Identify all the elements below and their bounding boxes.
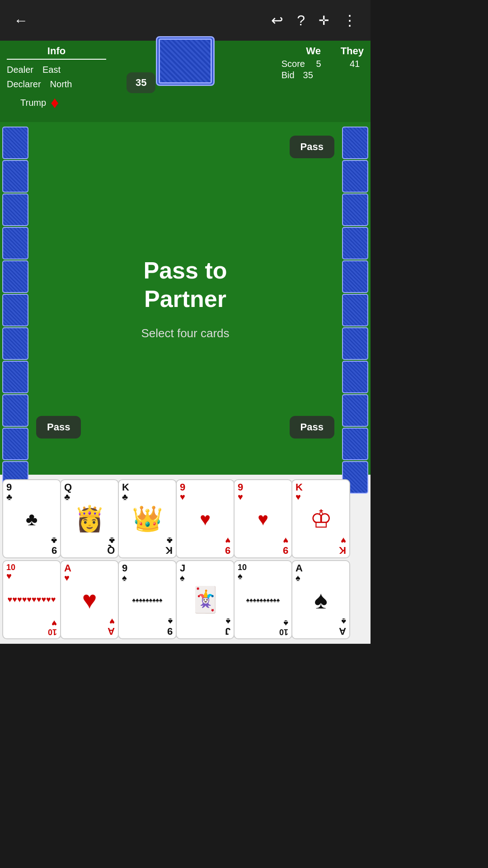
card-a-hearts[interactable]: A ♥ ♥ A ♥ — [60, 560, 119, 639]
bid-row: Bid 35 — [282, 70, 364, 80]
card-10-hearts[interactable]: 10 ♥ ♥♥♥♥♥♥♥♥♥♥ 10 ♥ — [2, 560, 61, 639]
score-header: We They — [282, 45, 364, 57]
we-header: We — [305, 45, 323, 57]
hand-area: 9 ♣ ♣ 9 ♣ Q ♣ 👸 Q ♣ K ♣ — [0, 475, 371, 644]
left-card-7 — [2, 327, 28, 360]
trump-label: Trump — [20, 98, 46, 108]
info-title: Info — [7, 45, 106, 60]
more-button[interactable]: ⋮ — [338, 7, 361, 33]
sub-message: Select four cards — [141, 326, 229, 340]
card-j-spades[interactable]: J ♠ 🃏 J ♠ — [176, 560, 235, 639]
right-card-5 — [342, 260, 368, 293]
card-9-spades[interactable]: 9 ♠ ♠♠♠♠♠♠♠♠♠ 9 ♠ — [118, 560, 177, 639]
bid-we: 35 — [299, 70, 317, 80]
bid-they — [335, 70, 353, 80]
right-cards — [342, 127, 368, 494]
right-card-4 — [342, 227, 368, 259]
right-card-7 — [342, 327, 368, 360]
card-q-clubs[interactable]: Q ♣ 👸 Q ♣ — [60, 479, 119, 558]
info-panel: Info Dealer East Declarer North Trump ♦ — [7, 45, 120, 112]
score-label: Score — [282, 59, 305, 69]
left-card-3 — [2, 193, 28, 226]
score-panel: We They Score 5 41 Bid 35 — [282, 45, 364, 81]
declarer-row: Declarer North — [7, 77, 120, 91]
card-10-spades[interactable]: 10 ♠ ♠♠♠♠♠♠♠♠♠♠ 10 ♠ — [234, 560, 292, 639]
card-a-spades[interactable]: A ♠ ♠ A ♠ — [291, 560, 350, 639]
top-bar: ← ↩ ? ✛ ⋮ — [0, 0, 371, 41]
card-9-hearts-2[interactable]: 9 ♥ ♥ 9 ♥ — [234, 479, 292, 558]
they-header: They — [341, 45, 364, 57]
trump-row: Trump ♦ — [20, 93, 120, 112]
right-card-2 — [342, 160, 368, 193]
info-area: Info Dealer East Declarer North Trump ♦ … — [0, 41, 371, 122]
right-card-1 — [342, 127, 368, 159]
declarer-label: Declarer — [7, 77, 41, 91]
left-card-10 — [2, 428, 28, 460]
score-row: Score 5 41 — [282, 59, 364, 69]
dealer-label: Dealer — [7, 62, 33, 77]
right-card-9 — [342, 394, 368, 427]
bid-label: Bid — [282, 70, 295, 80]
hand-row-2: 10 ♥ ♥♥♥♥♥♥♥♥♥♥ 10 ♥ A ♥ ♥ A ♥ — [2, 560, 368, 639]
left-cards — [2, 127, 28, 494]
dealer-value: East — [42, 62, 61, 77]
pass-top-right-button[interactable]: Pass — [290, 136, 334, 158]
help-button[interactable]: ? — [292, 7, 310, 33]
left-card-4 — [2, 227, 28, 259]
left-card-8 — [2, 361, 28, 393]
dealer-row: Dealer East — [7, 62, 120, 77]
card-k-clubs[interactable]: K ♣ 👑 K ♣ — [118, 479, 177, 558]
bid-bubble: 35 — [127, 72, 155, 93]
game-table: Pass Pass toPartner Select four cards Pa… — [0, 122, 371, 475]
left-card-9 — [2, 394, 28, 427]
they-score: 41 — [346, 59, 364, 69]
pass-bottom-right-button[interactable]: Pass — [290, 416, 334, 439]
right-card-3 — [342, 193, 368, 226]
card-back — [156, 36, 215, 86]
center-text: Pass toPartner Select four cards — [141, 256, 229, 340]
card-9-clubs[interactable]: 9 ♣ ♣ 9 ♣ — [2, 479, 61, 558]
card-9-hearts-1[interactable]: 9 ♥ ♥ 9 ♥ — [176, 479, 235, 558]
right-card-8 — [342, 361, 368, 393]
left-card-2 — [2, 160, 28, 193]
we-score: 5 — [310, 59, 328, 69]
trump-suit: ♦ — [51, 93, 59, 112]
right-card-10 — [342, 428, 368, 460]
hand-row-1: 9 ♣ ♣ 9 ♣ Q ♣ 👸 Q ♣ K ♣ — [2, 479, 368, 558]
left-card-6 — [2, 294, 28, 326]
main-message: Pass toPartner — [141, 256, 229, 313]
center-top-card — [156, 36, 215, 86]
add-button[interactable]: ✛ — [314, 7, 333, 33]
declarer-value: North — [50, 77, 72, 91]
right-card-6 — [342, 294, 368, 326]
pass-bottom-left-button[interactable]: Pass — [36, 416, 81, 439]
left-card-5 — [2, 260, 28, 293]
left-card-1 — [2, 127, 28, 159]
back-button[interactable]: ← — [9, 8, 33, 33]
undo-button[interactable]: ↩ — [267, 7, 288, 33]
card-k-hearts[interactable]: K ♥ ♔ K ♥ — [291, 479, 350, 558]
